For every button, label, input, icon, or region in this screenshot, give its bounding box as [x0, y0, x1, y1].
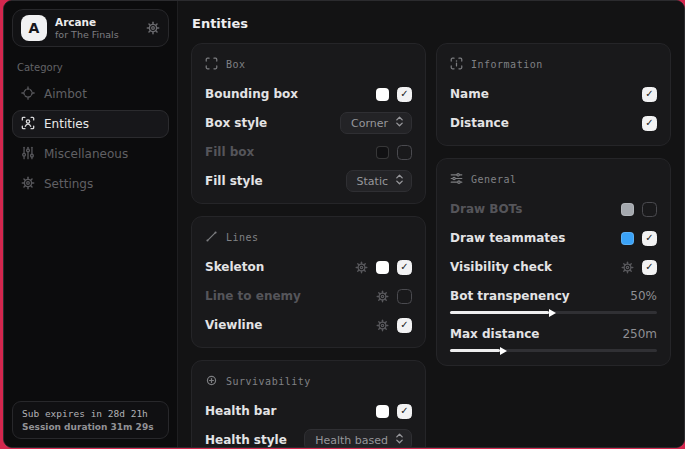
setting-row: Viewline [205, 316, 412, 334]
row-label: Line to enemy [205, 289, 301, 303]
app-subtitle: for The Finals [55, 29, 119, 41]
color-swatch[interactable] [376, 88, 389, 101]
checkbox[interactable] [397, 404, 412, 419]
gear-icon[interactable] [376, 290, 389, 303]
row-label: Health bar [205, 404, 276, 418]
setting-row: Fill style Static [205, 172, 412, 190]
sidebar-item-settings[interactable]: Settings [12, 170, 169, 198]
slider-thumb[interactable] [500, 347, 507, 355]
setting-row: Line to enemy [205, 287, 412, 305]
color-swatch[interactable] [376, 146, 389, 159]
setting-row: Skeleton [205, 258, 412, 276]
setting-row: Name [450, 85, 657, 103]
slider-thumb[interactable] [549, 309, 556, 317]
sidebar-nav: Aimbot Entities Miscellaneous Settings [12, 80, 169, 200]
panel-title: General [471, 174, 517, 185]
info-scan-icon [450, 55, 463, 74]
gear-icon[interactable] [376, 319, 389, 332]
sidebar-item-entities[interactable]: Entities [12, 110, 169, 138]
sub-expiry-text: Sub expires in 28d 21h [22, 408, 159, 419]
checkbox[interactable] [642, 231, 657, 246]
gear-icon[interactable] [621, 261, 634, 274]
sidebar-item-label: Aimbot [44, 87, 87, 101]
panel-general: General Draw BOTs Draw teammates [436, 158, 671, 366]
crosshair-icon [21, 86, 35, 103]
setting-row: Health bar [205, 402, 412, 420]
main-content: Entities Box Bounding box [178, 1, 684, 447]
slider-group: Bot transpenency 50% [450, 289, 657, 314]
sidebar-item-aimbot[interactable]: Aimbot [12, 80, 169, 108]
checkbox[interactable] [397, 260, 412, 275]
sliders-icon [21, 146, 35, 163]
row-label: Name [450, 87, 489, 101]
select-value: Health based [315, 434, 388, 447]
health-style-select[interactable]: Health based [304, 429, 412, 447]
select-value: Corner [351, 117, 388, 130]
health-icon [205, 372, 218, 391]
panel-lines: Lines Skeleton Line to enemy [191, 216, 426, 348]
gear-icon[interactable] [355, 261, 368, 274]
fill-style-select[interactable]: Static [346, 170, 412, 192]
max-distance-slider[interactable] [450, 349, 657, 352]
setting-row: Visibility check [450, 258, 657, 276]
app-title: Arcane [55, 16, 119, 29]
row-label: Skeleton [205, 260, 264, 274]
chevron-up-down-icon [395, 433, 404, 447]
checkbox[interactable] [642, 87, 657, 102]
setting-row: Bounding box [205, 85, 412, 103]
sidebar-item-label: Settings [44, 177, 93, 191]
color-swatch[interactable] [376, 261, 389, 274]
checkbox[interactable] [642, 260, 657, 275]
session-duration-text: Session duration 31m 29s [22, 422, 159, 432]
panel-survivability: Survivability Health bar Health style He… [191, 360, 426, 447]
chevron-up-down-icon [395, 174, 404, 188]
row-label: Draw BOTs [450, 202, 522, 216]
slider-label: Bot transpenency [450, 289, 570, 303]
color-swatch[interactable] [621, 232, 634, 245]
slider-value: 250m [622, 327, 657, 341]
select-value: Static [357, 175, 388, 188]
row-label: Distance [450, 116, 509, 130]
panel-title: Lines [226, 232, 259, 243]
row-label: Box style [205, 116, 267, 130]
checkbox[interactable] [397, 289, 412, 304]
checkbox[interactable] [642, 116, 657, 131]
sidebar: A Arcane for The Finals Category Aimbot [4, 1, 178, 447]
checkbox[interactable] [397, 145, 412, 160]
setting-row: Draw BOTs [450, 200, 657, 218]
bot-transparency-slider[interactable] [450, 311, 657, 314]
app-logo: A [21, 15, 47, 41]
page-title: Entities [192, 16, 671, 31]
app-window: A Arcane for The Finals Category Aimbot [3, 0, 685, 448]
panel-title: Box [226, 59, 246, 70]
setting-row: Draw teammates [450, 229, 657, 247]
panel-title: Information [471, 59, 543, 70]
setting-row: Box style Corner [205, 114, 412, 132]
sidebar-item-label: Entities [44, 117, 89, 131]
slider-value: 50% [630, 289, 657, 303]
brand-card: A Arcane for The Finals [12, 9, 169, 47]
panel-information: Information Name Distance [436, 43, 671, 146]
line-icon [205, 228, 218, 247]
checkbox[interactable] [397, 318, 412, 333]
row-label: Fill style [205, 174, 263, 188]
setting-row: Distance [450, 114, 657, 132]
row-label: Health style [205, 433, 287, 447]
checkbox[interactable] [642, 202, 657, 217]
person-scan-icon [21, 116, 35, 133]
chevron-up-down-icon [395, 116, 404, 130]
color-swatch[interactable] [621, 203, 634, 216]
slider-group: Max distance 250m [450, 327, 657, 352]
row-label: Bounding box [205, 87, 298, 101]
checkbox[interactable] [397, 87, 412, 102]
slider-label: Max distance [450, 327, 539, 341]
setting-row: Health style Health based [205, 431, 412, 447]
sidebar-item-miscellaneous[interactable]: Miscellaneous [12, 140, 169, 168]
sidebar-item-label: Miscellaneous [44, 147, 128, 161]
box-style-select[interactable]: Corner [340, 112, 412, 134]
color-swatch[interactable] [376, 405, 389, 418]
box-corners-icon [205, 55, 218, 74]
sliders-horizontal-icon [450, 170, 463, 189]
gear-icon[interactable] [146, 21, 160, 35]
category-label: Category [17, 62, 169, 73]
